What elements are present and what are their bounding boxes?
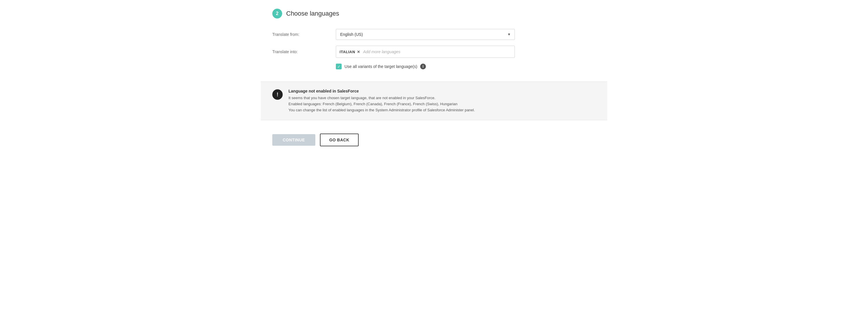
languages-input[interactable]: ITALIAN ✕ Add more languages: [336, 46, 515, 58]
source-language-wrapper: English (US) French German Spanish ▼: [336, 29, 515, 40]
warning-line1: It seems that you have chosen target lan…: [288, 95, 596, 101]
step-header: 2 Choose languages: [272, 9, 596, 19]
translate-from-row: Translate from: English (US) French Germ…: [272, 29, 596, 40]
go-back-button[interactable]: GO BACK: [320, 134, 359, 146]
step-number: 2: [272, 9, 282, 19]
italian-tag: ITALIAN ✕: [340, 50, 360, 54]
warning-exclamation-icon: !: [272, 89, 283, 100]
variants-checkbox-row: ✓ Use all variants of the target languag…: [336, 63, 596, 70]
info-icon[interactable]: i: [420, 63, 426, 70]
translate-into-label: Translate into:: [272, 50, 336, 54]
actions-row: CONTINUE GO BACK: [272, 131, 596, 146]
variants-checkbox-label: Use all variants of the target language(…: [344, 64, 417, 69]
warning-line2: Enabled languages: French (Belgium), Fre…: [288, 101, 596, 107]
checkmark-icon: ✓: [337, 65, 340, 68]
source-language-select[interactable]: English (US) French German Spanish: [336, 29, 515, 40]
warning-title: Language not enabled in SalesForce: [288, 89, 596, 93]
variants-checkbox[interactable]: ✓: [336, 63, 342, 70]
italian-tag-label: ITALIAN: [340, 50, 355, 54]
continue-button[interactable]: CONTINUE: [272, 134, 315, 146]
add-more-placeholder[interactable]: Add more languages: [363, 50, 400, 54]
warning-content: Language not enabled in SalesForce It se…: [288, 89, 596, 113]
target-language-wrapper: ITALIAN ✕ Add more languages: [336, 46, 515, 58]
source-language-select-wrapper[interactable]: English (US) French German Spanish ▼: [336, 29, 515, 40]
warning-panel: ! Language not enabled in SalesForce It …: [261, 82, 607, 120]
translate-into-row: Translate into: ITALIAN ✕ Add more langu…: [272, 46, 596, 58]
warning-line3: You can change the list of enabled langu…: [288, 107, 596, 113]
translate-from-label: Translate from:: [272, 32, 336, 37]
warning-text: It seems that you have chosen target lan…: [288, 95, 596, 113]
italian-tag-remove[interactable]: ✕: [357, 50, 360, 54]
step-title: Choose languages: [286, 10, 339, 17]
form-section: Translate from: English (US) French Germ…: [272, 29, 596, 79]
